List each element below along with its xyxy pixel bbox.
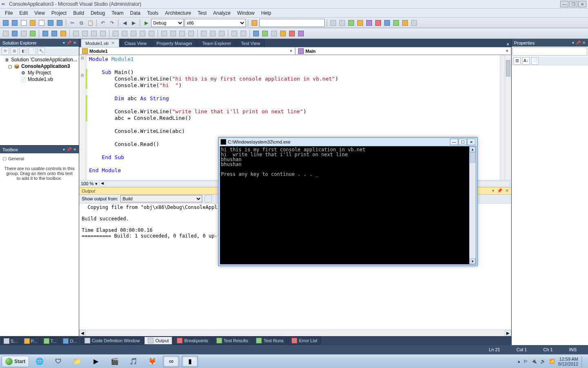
output-source-dropdown[interactable]: Build	[120, 195, 202, 202]
member-navigator[interactable]: Main▾	[295, 47, 511, 55]
output-btn-1[interactable]	[205, 195, 212, 202]
cmd-maximize-button[interactable]: ☐	[459, 139, 467, 145]
menu-file[interactable]: File	[2, 9, 16, 17]
bottom-tab-code-def[interactable]: Code Definition Window	[81, 337, 143, 345]
split-handle[interactable]	[500, 55, 505, 180]
menu-window[interactable]: Window	[234, 9, 258, 17]
panel-dropdown-icon[interactable]: ▾	[572, 40, 574, 45]
task-firefox-icon[interactable]: 🦊	[144, 356, 160, 367]
tab-property-manager[interactable]: Property Manager	[152, 39, 197, 47]
tb-icon-8[interactable]	[392, 19, 400, 27]
t2-14[interactable]	[129, 29, 138, 38]
open-file-icon[interactable]	[29, 19, 37, 27]
output-hscroll[interactable]: ◀▶	[79, 330, 511, 336]
nav-forward-icon[interactable]: ▶	[129, 19, 138, 27]
side-tab-3[interactable]: D...	[60, 337, 80, 345]
collapse-icon[interactable]: ▢	[2, 156, 7, 161]
pin-icon[interactable]: 📌	[67, 147, 71, 152]
tb-icon-7[interactable]	[383, 19, 391, 27]
tb-icon-5[interactable]	[365, 19, 373, 27]
tree-my-project[interactable]: My Project	[28, 70, 51, 76]
t2-1[interactable]	[2, 29, 10, 38]
redo-icon[interactable]: ↷	[108, 19, 116, 27]
se-btn-4[interactable]: 📄	[29, 47, 36, 55]
t2-19[interactable]	[178, 29, 186, 38]
tab-overflow-icon[interactable]: ▾	[505, 42, 511, 47]
task-app5-icon[interactable]: 🎬	[107, 356, 123, 367]
tb-icon-6[interactable]	[374, 19, 382, 27]
tb-icon-4[interactable]	[356, 19, 364, 27]
panel-dropdown-icon[interactable]: ▾	[492, 188, 494, 193]
outline-gutter[interactable]: ⊟ ⊟	[79, 55, 86, 180]
tray-power-icon[interactable]: 🔌	[531, 359, 537, 364]
task-wmplayer-icon[interactable]: ▶	[88, 356, 104, 367]
save-icon[interactable]	[47, 19, 55, 27]
t2-23[interactable]	[218, 29, 226, 38]
new-website-icon[interactable]	[11, 19, 19, 27]
task-chrome-icon[interactable]: 🌐	[31, 356, 48, 367]
t2-3[interactable]	[20, 29, 28, 38]
bottom-tab-output[interactable]: Output	[144, 337, 172, 345]
se-btn-1[interactable]: ⟳	[2, 47, 9, 55]
tab-module1[interactable]: Module1.vb✕	[81, 39, 119, 47]
side-tab-0[interactable]: S...	[1, 337, 20, 345]
task-app2-icon[interactable]: 🛡	[50, 356, 67, 367]
nav-back-icon[interactable]: ◀	[120, 19, 129, 27]
bottom-tab-breakpoints[interactable]: Breakpoints	[173, 337, 212, 345]
tray-clock[interactable]: 12:59 AM 8/12/2012	[558, 357, 578, 366]
solution-root[interactable]: Solution 'ConsoleApplication...	[11, 57, 77, 63]
property-pages-icon[interactable]: 📄	[531, 57, 539, 65]
task-explorer-icon[interactable]: 📁	[69, 356, 85, 367]
zoom-dropdown-icon[interactable]: ▾	[95, 181, 98, 186]
t2-24[interactable]	[230, 29, 238, 38]
t2-28[interactable]	[270, 29, 278, 38]
se-btn-2[interactable]: ⊞	[11, 47, 18, 55]
solution-tree[interactable]: 🗎Solution 'ConsoleApplication... ▢📦Conso…	[0, 56, 79, 145]
t2-25[interactable]	[239, 29, 247, 38]
t2-6[interactable]	[50, 29, 58, 38]
system-tray[interactable]: ▴ 🏳 🔌 🔊 📶 12:59 AM 8/12/2012	[518, 356, 586, 367]
cut-icon[interactable]: ✂	[68, 19, 76, 27]
se-btn-5[interactable]: 🔧	[38, 47, 45, 55]
tab-team-explorer[interactable]: Team Explorer	[198, 39, 236, 47]
tb-icon-3[interactable]	[347, 19, 355, 27]
t2-18[interactable]	[169, 29, 177, 38]
pin-icon[interactable]: 📌	[497, 188, 503, 193]
menu-architecture[interactable]: Architecture	[162, 9, 194, 17]
tb-icon-10[interactable]	[410, 19, 418, 27]
t2-20[interactable]	[187, 29, 195, 38]
t2-27[interactable]	[261, 29, 269, 38]
type-navigator[interactable]: Module1▾	[79, 47, 295, 55]
paste-icon[interactable]: 📋	[86, 19, 94, 27]
t2-17[interactable]	[160, 29, 168, 38]
se-btn-3[interactable]: ◧	[20, 47, 27, 55]
tb-icon-1[interactable]	[329, 19, 337, 27]
tray-expand-icon[interactable]: ▴	[518, 359, 520, 364]
t2-9[interactable]	[81, 29, 89, 38]
add-item-icon[interactable]	[38, 19, 46, 27]
t2-16[interactable]	[147, 29, 156, 38]
menu-edit[interactable]: Edit	[16, 9, 31, 17]
show-desktop-button[interactable]	[581, 356, 585, 367]
bottom-tab-test-runs[interactable]: Test Runs	[252, 337, 287, 345]
task-visualstudio-icon[interactable]: ∞	[163, 356, 179, 367]
t2-31[interactable]	[297, 29, 305, 38]
new-project-icon[interactable]	[2, 19, 10, 27]
find-in-files-icon[interactable]	[250, 19, 258, 27]
t2-2[interactable]	[11, 29, 19, 38]
panel-close-icon[interactable]: ✕	[73, 40, 76, 45]
cmd-vscroll[interactable]: ▴ ▾	[469, 146, 476, 264]
find-input[interactable]	[259, 19, 325, 27]
tab-close-icon[interactable]: ✕	[111, 40, 115, 46]
bottom-tab-test-results[interactable]: Test Results	[213, 337, 252, 345]
tray-network-icon[interactable]: 📶	[549, 359, 555, 364]
tb-icon-2[interactable]	[338, 19, 346, 27]
tab-class-view[interactable]: Class View	[120, 39, 151, 47]
tb-icon-9[interactable]	[401, 19, 409, 27]
task-itunes-icon[interactable]: 🎵	[125, 356, 142, 367]
t2-22[interactable]	[209, 29, 217, 38]
t2-29[interactable]	[279, 29, 287, 38]
side-tab-1[interactable]: P...	[21, 337, 40, 345]
cmd-close-button[interactable]: ✕	[467, 139, 475, 145]
t2-26[interactable]	[252, 29, 260, 38]
